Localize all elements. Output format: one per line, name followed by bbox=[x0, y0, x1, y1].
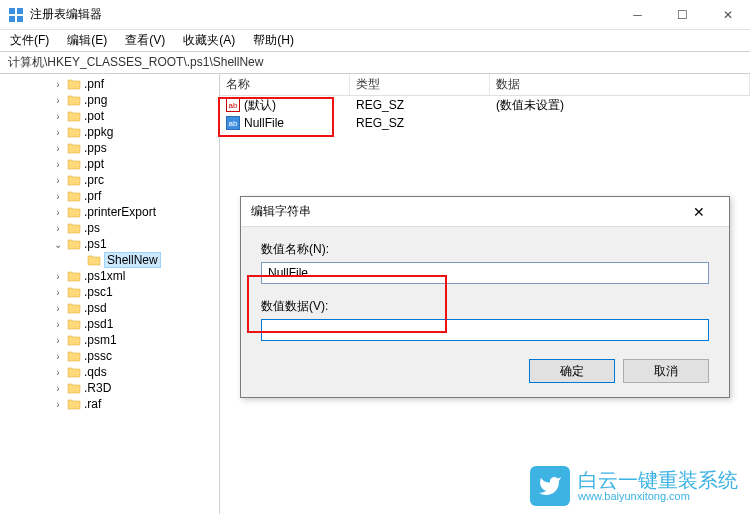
list-row[interactable]: ab(默认)REG_SZ(数值未设置) bbox=[220, 96, 750, 114]
col-type[interactable]: 类型 bbox=[350, 74, 490, 95]
app-icon bbox=[8, 7, 24, 23]
value-data: (数值未设置) bbox=[490, 97, 750, 114]
tree-label: .R3D bbox=[84, 381, 111, 395]
expand-toggle[interactable]: › bbox=[52, 319, 64, 330]
tree-item[interactable]: ›.pps bbox=[0, 140, 219, 156]
expand-toggle[interactable]: › bbox=[52, 207, 64, 218]
svg-rect-1 bbox=[17, 8, 23, 14]
tree-label: .psd1 bbox=[84, 317, 113, 331]
maximize-button[interactable]: ☐ bbox=[660, 0, 705, 30]
value-icon: ab bbox=[226, 98, 240, 112]
menu-bar: 文件(F) 编辑(E) 查看(V) 收藏夹(A) 帮助(H) bbox=[0, 30, 750, 52]
tree-label: .ps1 bbox=[84, 237, 107, 251]
expand-toggle[interactable]: › bbox=[52, 111, 64, 122]
close-button[interactable]: ✕ bbox=[705, 0, 750, 30]
expand-toggle[interactable]: › bbox=[52, 143, 64, 154]
menu-edit[interactable]: 编辑(E) bbox=[63, 30, 111, 51]
menu-file[interactable]: 文件(F) bbox=[6, 30, 53, 51]
tree-item[interactable]: ›.psc1 bbox=[0, 284, 219, 300]
path-text: 计算机\HKEY_CLASSES_ROOT\.ps1\ShellNew bbox=[8, 54, 263, 71]
col-name[interactable]: 名称 bbox=[220, 74, 350, 95]
col-data[interactable]: 数据 bbox=[490, 74, 750, 95]
tree-item[interactable]: ›.ps1xml bbox=[0, 268, 219, 284]
watermark-url: www.baiyunxitong.com bbox=[578, 490, 738, 502]
tree-item[interactable]: ›.psd bbox=[0, 300, 219, 316]
expand-toggle[interactable]: ⌄ bbox=[52, 239, 64, 250]
tree-item[interactable]: ›.qds bbox=[0, 364, 219, 380]
expand-toggle[interactable] bbox=[72, 255, 84, 266]
tree-item[interactable]: ›.pnf bbox=[0, 76, 219, 92]
folder-icon bbox=[67, 238, 81, 250]
title-bar: 注册表编辑器 ─ ☐ ✕ bbox=[0, 0, 750, 30]
expand-toggle[interactable]: › bbox=[52, 335, 64, 346]
tree-item[interactable]: ›.ps bbox=[0, 220, 219, 236]
folder-icon bbox=[87, 254, 101, 266]
tree-item[interactable]: ›.ppt bbox=[0, 156, 219, 172]
folder-icon bbox=[67, 302, 81, 314]
expand-toggle[interactable]: › bbox=[52, 351, 64, 362]
folder-icon bbox=[67, 126, 81, 138]
tree-item[interactable]: ›.R3D bbox=[0, 380, 219, 396]
list-row[interactable]: abNullFileREG_SZ bbox=[220, 114, 750, 132]
tree-item[interactable]: ›.png bbox=[0, 92, 219, 108]
list-header: 名称 类型 数据 bbox=[220, 74, 750, 96]
value-name-label: 数值名称(N): bbox=[261, 241, 709, 258]
expand-toggle[interactable]: › bbox=[52, 191, 64, 202]
tree-item[interactable]: ⌄.ps1 bbox=[0, 236, 219, 252]
value-type: REG_SZ bbox=[350, 116, 490, 130]
edit-string-dialog: 编辑字符串 ✕ 数值名称(N): 数值数据(V): 确定 取消 bbox=[240, 196, 730, 398]
tree-label: ShellNew bbox=[104, 252, 161, 268]
expand-toggle[interactable]: › bbox=[52, 271, 64, 282]
value-data-input[interactable] bbox=[261, 319, 709, 341]
tree-label: .psc1 bbox=[84, 285, 113, 299]
tree-label: .ppt bbox=[84, 157, 104, 171]
minimize-button[interactable]: ─ bbox=[615, 0, 660, 30]
menu-favorites[interactable]: 收藏夹(A) bbox=[179, 30, 239, 51]
folder-icon bbox=[67, 270, 81, 282]
expand-toggle[interactable]: › bbox=[52, 79, 64, 90]
ok-button[interactable]: 确定 bbox=[529, 359, 615, 383]
folder-icon bbox=[67, 318, 81, 330]
tree-label: .ps1xml bbox=[84, 269, 125, 283]
watermark: 白云一键重装系统 www.baiyunxitong.com bbox=[530, 466, 738, 506]
watermark-text: 白云一键重装系统 bbox=[578, 470, 738, 490]
tree-label: .ppkg bbox=[84, 125, 113, 139]
tree-label: .raf bbox=[84, 397, 101, 411]
cancel-button[interactable]: 取消 bbox=[623, 359, 709, 383]
tree-item[interactable]: ›.raf bbox=[0, 396, 219, 412]
tree-item[interactable]: ›.prc bbox=[0, 172, 219, 188]
folder-icon bbox=[67, 110, 81, 122]
expand-toggle[interactable]: › bbox=[52, 383, 64, 394]
tree-item[interactable]: ›.pot bbox=[0, 108, 219, 124]
tree-item[interactable]: ShellNew bbox=[0, 252, 219, 268]
dialog-close-button[interactable]: ✕ bbox=[679, 204, 719, 220]
folder-icon bbox=[67, 350, 81, 362]
tree-item[interactable]: ›.ppkg bbox=[0, 124, 219, 140]
value-name-input[interactable] bbox=[261, 262, 709, 284]
dialog-buttons: 确定 取消 bbox=[261, 359, 709, 383]
expand-toggle[interactable]: › bbox=[52, 175, 64, 186]
folder-icon bbox=[67, 222, 81, 234]
expand-toggle[interactable]: › bbox=[52, 399, 64, 410]
dialog-title-bar[interactable]: 编辑字符串 ✕ bbox=[241, 197, 729, 227]
tree-item[interactable]: ›.psm1 bbox=[0, 332, 219, 348]
expand-toggle[interactable]: › bbox=[52, 223, 64, 234]
tree-item[interactable]: ›.prf bbox=[0, 188, 219, 204]
list-body: ab(默认)REG_SZ(数值未设置)abNullFileREG_SZ bbox=[220, 96, 750, 132]
expand-toggle[interactable]: › bbox=[52, 303, 64, 314]
expand-toggle[interactable]: › bbox=[52, 287, 64, 298]
expand-toggle[interactable]: › bbox=[52, 159, 64, 170]
tree-item[interactable]: ›.printerExport bbox=[0, 204, 219, 220]
menu-help[interactable]: 帮助(H) bbox=[249, 30, 298, 51]
tree-label: .png bbox=[84, 93, 107, 107]
watermark-text-group: 白云一键重装系统 www.baiyunxitong.com bbox=[578, 470, 738, 502]
tree-item[interactable]: ›.pssc bbox=[0, 348, 219, 364]
menu-view[interactable]: 查看(V) bbox=[121, 30, 169, 51]
expand-toggle[interactable]: › bbox=[52, 95, 64, 106]
expand-toggle[interactable]: › bbox=[52, 127, 64, 138]
tree-item[interactable]: ›.psd1 bbox=[0, 316, 219, 332]
address-bar[interactable]: 计算机\HKEY_CLASSES_ROOT\.ps1\ShellNew bbox=[0, 52, 750, 74]
tree-label: .psd bbox=[84, 301, 107, 315]
tree-view[interactable]: ›.pnf›.png›.pot›.ppkg›.pps›.ppt›.prc›.pr… bbox=[0, 74, 220, 514]
expand-toggle[interactable]: › bbox=[52, 367, 64, 378]
